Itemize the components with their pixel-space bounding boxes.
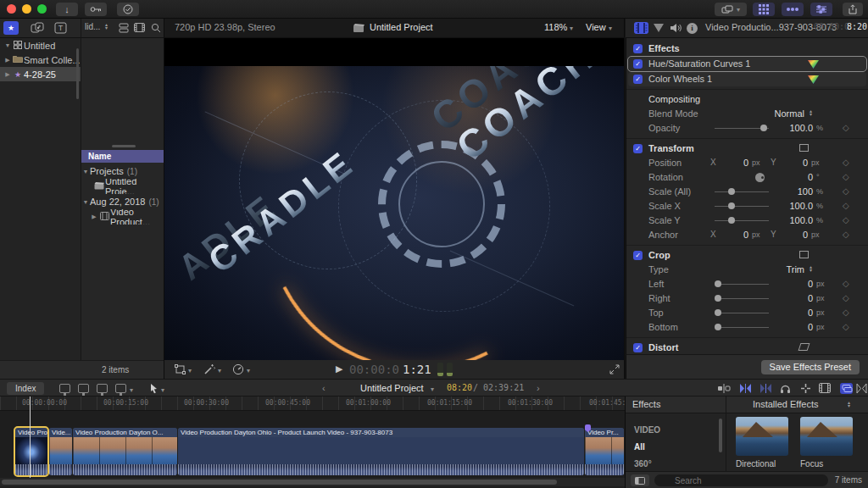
y-value[interactable]: 0 xyxy=(781,230,808,240)
popup-stepper-icon[interactable]: ▴▾ xyxy=(810,109,812,116)
timeline-horizontal-scrollbar[interactable] xyxy=(0,478,625,486)
effect-thumbnail-directional[interactable] xyxy=(736,417,788,456)
browser-row-projects[interactable]: ▼ Projects (1) xyxy=(81,164,164,179)
keyframe-diamond-icon[interactable]: ◇ xyxy=(843,230,849,239)
effects-browser-toggle-icon[interactable] xyxy=(840,383,853,394)
transform-onscreen-icon[interactable] xyxy=(799,144,809,152)
fullscreen-expand-icon[interactable] xyxy=(609,364,620,374)
key-icon[interactable] xyxy=(85,3,107,16)
insert-edit-icon[interactable] xyxy=(78,384,89,393)
overwrite-edit-icon[interactable] xyxy=(115,384,126,393)
viewer[interactable]: ADLE CRADLE COACH COACH xyxy=(164,38,625,360)
installed-effects-popup[interactable]: Installed Effects xyxy=(753,399,818,409)
browser-column-name-header[interactable]: Name xyxy=(81,150,164,163)
timeline-toggle-icon[interactable] xyxy=(782,3,804,16)
tool-chevron-icon[interactable]: ▾ xyxy=(161,386,164,394)
rotation-value[interactable]: 0 xyxy=(769,172,813,182)
installed-effects-stepper-icon[interactable]: ▴▾ xyxy=(848,401,850,408)
keyframe-diamond-icon[interactable]: ◇ xyxy=(843,322,849,331)
effect-checkbox[interactable]: ✓ xyxy=(633,75,643,84)
timeline-clip-2[interactable]: Vide... xyxy=(49,428,72,475)
timeline[interactable]: 00:00:00:00 00:00:15:00 00:00:30:00 00:0… xyxy=(0,396,625,488)
titles-generators-sidebar-icon[interactable]: T xyxy=(54,22,67,34)
scale-all-slider[interactable] xyxy=(715,191,769,192)
chevron-down-icon[interactable]: ▾ xyxy=(247,367,250,374)
video-inspector-tab[interactable] xyxy=(634,22,648,34)
project-chevron-icon[interactable]: ▾ xyxy=(431,385,434,393)
clip-appearance-film-icon[interactable] xyxy=(819,383,831,393)
zoom-window-button[interactable] xyxy=(37,4,47,14)
keyframe-diamond-icon[interactable]: ◇ xyxy=(843,123,849,132)
timeline-clip-3[interactable]: Video Production Dayton O... xyxy=(73,428,177,475)
keyframe-diamond-icon[interactable]: ◇ xyxy=(843,158,849,167)
disclosure-open-icon[interactable]: ▼ xyxy=(81,199,90,205)
save-effects-preset-button[interactable]: Save Effects Preset xyxy=(761,360,860,374)
category-all[interactable]: All xyxy=(634,442,645,452)
previous-project-chevron[interactable]: ‹ xyxy=(322,383,326,393)
effect-checkbox[interactable]: ✓ xyxy=(633,59,643,69)
share-icon[interactable] xyxy=(843,3,863,16)
transitions-browser-toggle-icon[interactable] xyxy=(856,384,867,393)
clip-appearance-icon[interactable] xyxy=(119,23,129,33)
audio-skimming-icon[interactable] xyxy=(760,384,772,393)
crop-bottom-value[interactable]: 0 xyxy=(769,322,813,332)
chevron-down-icon[interactable]: ▾ xyxy=(188,367,192,374)
browser-scrollbar-horizontal[interactable] xyxy=(112,145,136,147)
info-inspector-tab[interactable]: i xyxy=(687,23,698,34)
scale-y-slider[interactable] xyxy=(715,220,769,221)
audio-meter-right[interactable] xyxy=(447,363,453,376)
scale-x-value[interactable]: 100.0 xyxy=(769,201,813,211)
filmstrip-view-icon[interactable] xyxy=(134,23,145,32)
index-button[interactable]: Index xyxy=(7,382,44,395)
timeline-clip-4[interactable]: Video Production Dayton Ohio - Product L… xyxy=(178,428,584,475)
disclosure-open-icon[interactable]: ▼ xyxy=(3,42,12,48)
effects-search-input[interactable] xyxy=(654,474,828,486)
crop-top-slider[interactable] xyxy=(715,313,769,313)
browser-row-project[interactable]: Untitled Proje... xyxy=(81,179,164,194)
library-sidebar-icon[interactable]: ★ xyxy=(3,21,19,35)
categories-scrollbar[interactable] xyxy=(719,419,722,452)
effect-row-hue-saturation-curves[interactable]: ✓ Hue/Saturation Curves 1 xyxy=(628,57,866,71)
chevron-down-icon[interactable]: ▾ xyxy=(218,367,221,374)
keyframe-diamond-icon[interactable]: ◇ xyxy=(843,215,849,225)
filter-stepper-icon[interactable]: ▴▾ xyxy=(105,23,108,30)
play-button[interactable]: ▶ xyxy=(336,363,342,374)
crop-checkbox[interactable]: ✓ xyxy=(633,251,643,260)
transform-checkbox[interactable]: ✓ xyxy=(633,144,643,153)
popup-stepper-icon[interactable]: ▴▾ xyxy=(810,265,812,272)
crop-top-value[interactable]: 0 xyxy=(769,308,813,318)
connect-edit-icon[interactable] xyxy=(59,384,70,393)
timeline-ruler[interactable]: 00:00:00:00 00:00:15:00 00:00:30:00 00:0… xyxy=(0,396,625,411)
scrollbar-thumb[interactable] xyxy=(2,480,557,485)
blend-mode-popup[interactable]: Normal xyxy=(728,108,804,119)
browser-row-event-date[interactable]: ▼ Aug 22, 2018 (1) xyxy=(81,194,164,209)
minimize-window-button[interactable] xyxy=(22,4,31,14)
transform-crop-popup-icon[interactable] xyxy=(175,364,186,374)
rotation-knob[interactable] xyxy=(755,173,765,182)
scale-x-slider[interactable] xyxy=(715,206,769,207)
crop-left-value[interactable]: 0 xyxy=(769,279,813,289)
audio-inspector-tab[interactable] xyxy=(670,23,682,33)
timeline-clip-1[interactable]: Video Produ... xyxy=(15,428,47,475)
viewer-view-popup[interactable]: View xyxy=(586,22,606,32)
playhead[interactable] xyxy=(30,396,31,478)
sidebar-scrollbar[interactable] xyxy=(76,48,79,99)
disclosure-closed-icon[interactable]: ▶ xyxy=(90,214,98,220)
effects-wand-icon[interactable] xyxy=(203,363,215,375)
keyframe-diamond-icon[interactable]: ◇ xyxy=(843,201,849,210)
x-value[interactable]: 0 xyxy=(721,230,748,240)
next-project-chevron[interactable]: › xyxy=(537,383,540,393)
sidebar-item-event[interactable]: ▶ ★ 4-28-25 xyxy=(0,67,81,81)
edit-options-chevron-icon[interactable]: ▾ xyxy=(130,386,133,394)
opacity-value[interactable]: 100.0 xyxy=(769,123,813,133)
clip-filter-popup[interactable]: lid... xyxy=(85,22,100,31)
keyframe-diamond-icon[interactable]: ◇ xyxy=(843,186,849,196)
sidebar-toggle-button[interactable] xyxy=(631,474,649,486)
retime-gauge-icon[interactable] xyxy=(232,363,244,375)
sidebar-item-smart-collection[interactable]: ▶ Smart Colle... xyxy=(0,53,81,67)
timeline-project-title[interactable]: Untitled Project xyxy=(360,383,424,393)
color-inspector-tab[interactable] xyxy=(654,24,664,32)
crop-onscreen-icon[interactable] xyxy=(799,251,809,258)
timeline-clip-5[interactable]: Video Pr... xyxy=(585,428,624,475)
keyframe-diamond-icon[interactable]: ◇ xyxy=(843,293,849,302)
